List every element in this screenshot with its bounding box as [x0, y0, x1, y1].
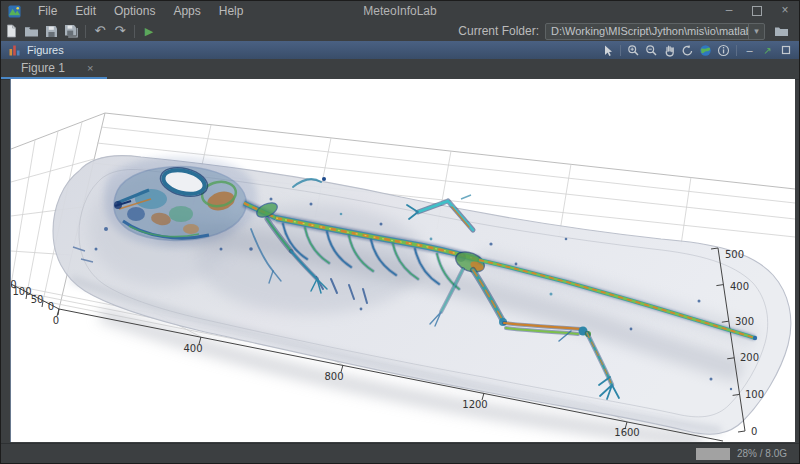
undo-button[interactable]: ↶	[90, 22, 110, 40]
x-tick-label: 1200	[462, 399, 487, 410]
new-file-button[interactable]	[1, 22, 21, 40]
panel-minimize-button[interactable]: –	[742, 43, 757, 57]
z-tick-label: 100	[745, 389, 764, 400]
main-toolbar: ↶ ↷ ▶ Current Folder: D:\Working\MIScrip…	[1, 21, 799, 42]
title-bar: File Edit Options Apps Help MeteoInfoLab…	[1, 1, 799, 21]
pan-button[interactable]	[662, 43, 677, 57]
run-script-button[interactable]: ▶	[139, 22, 159, 40]
figures-panel-title: Figures	[27, 44, 64, 56]
figure-toolbar-separator	[620, 45, 621, 56]
window-minimize-button[interactable]: –	[715, 1, 743, 21]
status-bar: 28% / 8.0G	[1, 443, 799, 463]
current-folder-combobox[interactable]: D:\Working\MIScript\Jython\mis\io\matlab…	[545, 23, 765, 40]
identify-button[interactable]	[716, 43, 731, 57]
open-folder-icon	[24, 25, 39, 38]
toolbar-separator	[134, 25, 135, 38]
maximize-icon	[752, 6, 762, 16]
save-all-button[interactable]	[61, 22, 81, 40]
z-tick-label: 0	[751, 426, 757, 437]
tab-figure-1[interactable]: Figure 1 ×	[1, 59, 107, 79]
select-button[interactable]	[600, 43, 615, 57]
browse-folder-button[interactable]	[771, 22, 791, 40]
figures-panel-header[interactable]: Figures	[1, 41, 799, 59]
figure-toolbar-separator	[736, 45, 737, 56]
y-tick-label: 50	[31, 294, 44, 305]
x-tick-label: 1600	[614, 427, 639, 438]
z-tick-label: 400	[730, 281, 749, 292]
dropdown-arrow-icon[interactable]: ▾	[748, 24, 764, 39]
plot-3d-volume: 500 400 300 200 100 0	[11, 79, 795, 442]
x-tick-label: 400	[183, 343, 202, 354]
y-tick-label: 0	[48, 301, 54, 312]
menu-apps[interactable]: Apps	[164, 1, 209, 21]
meteoinfolab-window: File Edit Options Apps Help MeteoInfoLab…	[0, 0, 800, 464]
current-folder-label: Current Folder:	[458, 24, 539, 38]
redo-button[interactable]: ↷	[110, 22, 130, 40]
z-tick-label: 500	[725, 249, 744, 260]
open-folder-button[interactable]	[21, 22, 41, 40]
figures-panel-icon	[9, 44, 21, 56]
tab-close-icon[interactable]: ×	[87, 63, 93, 74]
z-tick-label: 300	[735, 316, 754, 327]
y-axis: 0 50 100 150	[11, 279, 59, 315]
app-logo-icon	[8, 5, 21, 18]
full-extent-button[interactable]	[698, 43, 713, 57]
browse-folder-icon	[774, 25, 789, 37]
cursor-arrow-icon	[602, 44, 614, 57]
current-folder-value: D:\Working\MIScript\Jython\mis\io\matlab	[546, 25, 748, 37]
window-controls: – ×	[715, 1, 799, 21]
info-icon	[717, 44, 730, 57]
figure-toolbar: – ↗	[600, 43, 799, 57]
toolbar-separator	[85, 25, 86, 38]
pan-hand-icon	[663, 44, 676, 57]
window-maximize-button[interactable]	[743, 1, 771, 21]
menu-bar: File Edit Options Apps Help	[29, 1, 252, 21]
menu-edit[interactable]: Edit	[66, 1, 105, 21]
current-folder-group: Current Folder: D:\Working\MIScript\Jyth…	[458, 22, 799, 40]
panel-restore-button[interactable]	[778, 43, 793, 57]
globe-icon	[699, 44, 712, 57]
tab-label: Figure 1	[21, 61, 65, 75]
memory-usage-bar[interactable]	[696, 448, 730, 460]
zoom-in-button[interactable]	[626, 43, 641, 57]
menu-file[interactable]: File	[29, 1, 66, 21]
panel-float-button[interactable]: ↗	[760, 43, 775, 57]
menu-options[interactable]: Options	[105, 1, 164, 21]
save-button[interactable]	[41, 22, 61, 40]
restore-icon	[781, 45, 791, 55]
rotate-button[interactable]	[680, 43, 695, 57]
save-icon	[45, 25, 58, 38]
zoom-out-button[interactable]	[644, 43, 659, 57]
figure-canvas[interactable]: 500 400 300 200 100 0	[10, 79, 795, 442]
zoom-in-icon	[627, 44, 640, 57]
x-tick-label: 0	[53, 315, 59, 326]
figure-tab-bar: Figure 1 ×	[1, 59, 799, 80]
rotate-icon	[681, 44, 694, 57]
new-file-icon	[5, 24, 18, 38]
memory-usage-text: 28% / 8.0G	[737, 448, 787, 459]
z-tick-label: 200	[740, 352, 759, 363]
menu-help[interactable]: Help	[210, 1, 253, 21]
save-all-icon	[64, 24, 78, 38]
zoom-out-icon	[645, 44, 658, 57]
x-tick-label: 800	[324, 371, 343, 382]
y-tick-label: 150	[11, 279, 17, 290]
window-close-button[interactable]: ×	[771, 1, 799, 21]
